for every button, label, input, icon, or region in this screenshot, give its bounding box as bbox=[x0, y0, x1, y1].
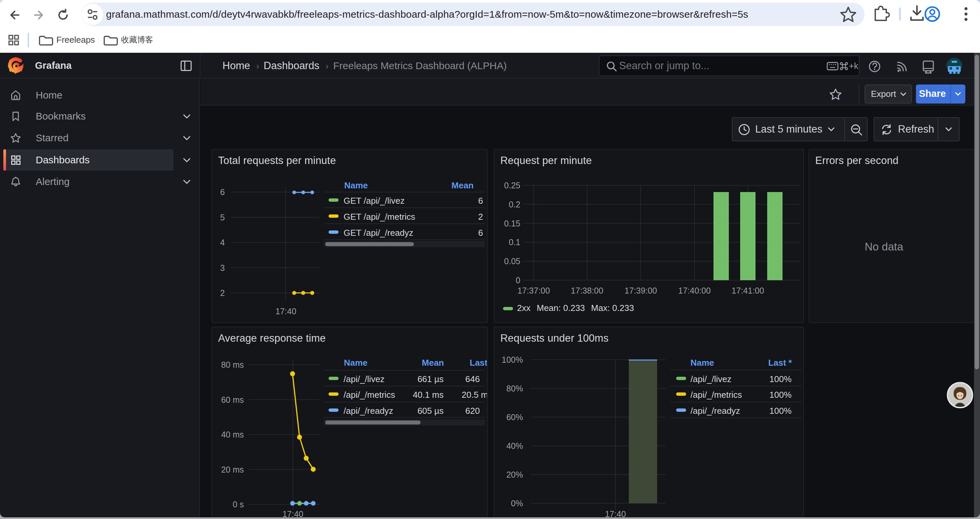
svg-text:20%: 20% bbox=[506, 470, 523, 479]
svg-text:605 µs: 605 µs bbox=[417, 406, 444, 416]
svg-text:40%: 40% bbox=[506, 441, 523, 450]
svg-text:17:40:00: 17:40:00 bbox=[678, 286, 711, 295]
svg-text:100%: 100% bbox=[770, 390, 792, 400]
svg-text:3: 3 bbox=[220, 263, 225, 273]
svg-text:4: 4 bbox=[220, 238, 225, 247]
svg-text:Mean: Mean bbox=[422, 358, 444, 368]
svg-text:100%: 100% bbox=[770, 374, 792, 384]
svg-text:Name: Name bbox=[344, 358, 368, 368]
svg-text:6: 6 bbox=[478, 228, 483, 238]
svg-text:0.1: 0.1 bbox=[509, 238, 520, 247]
svg-text:0.2: 0.2 bbox=[509, 200, 520, 209]
svg-text:GET /api/_/metrics: GET /api/_/metrics bbox=[344, 212, 415, 222]
svg-text:60 ms: 60 ms bbox=[221, 395, 244, 404]
svg-text:0.15: 0.15 bbox=[504, 219, 520, 228]
svg-text:Name: Name bbox=[344, 180, 368, 190]
svg-text:20 ms: 20 ms bbox=[221, 465, 244, 474]
svg-text:20.5 m: 20.5 m bbox=[461, 390, 487, 400]
svg-text:Last *: Last * bbox=[768, 358, 792, 368]
svg-text:620: 620 bbox=[465, 406, 480, 416]
svg-text:0.25: 0.25 bbox=[504, 181, 520, 190]
svg-text:100%: 100% bbox=[770, 406, 792, 416]
svg-text:80%: 80% bbox=[506, 384, 523, 393]
svg-text:40 ms: 40 ms bbox=[221, 430, 244, 439]
svg-text:2: 2 bbox=[478, 212, 483, 222]
svg-text:/api/_/readyz: /api/_/readyz bbox=[690, 406, 740, 416]
svg-text:/api/_/metrics: /api/_/metrics bbox=[690, 390, 742, 400]
svg-text:17:37:00: 17:37:00 bbox=[517, 286, 550, 295]
svg-text:Last *: Last * bbox=[470, 358, 487, 368]
svg-text:2: 2 bbox=[220, 288, 225, 297]
svg-text:/api/_/metrics: /api/_/metrics bbox=[344, 390, 395, 400]
svg-text:Mean: Mean bbox=[452, 180, 474, 190]
svg-text:GET /api/_/readyz: GET /api/_/readyz bbox=[344, 228, 413, 238]
svg-text:60%: 60% bbox=[506, 412, 523, 422]
svg-text:6: 6 bbox=[220, 187, 225, 197]
svg-text:17:41:00: 17:41:00 bbox=[732, 286, 764, 295]
svg-text:Mean: 0.233: Mean: 0.233 bbox=[537, 303, 585, 313]
svg-text:661 µs: 661 µs bbox=[417, 374, 444, 384]
svg-text:100%: 100% bbox=[502, 355, 523, 364]
svg-text:17:40: 17:40 bbox=[275, 307, 296, 316]
svg-text:/api/_/readyz: /api/_/readyz bbox=[344, 406, 393, 416]
svg-text:0.05: 0.05 bbox=[504, 257, 520, 266]
svg-text:646: 646 bbox=[465, 374, 480, 384]
svg-text:Name: Name bbox=[690, 358, 714, 368]
svg-text:17:38:00: 17:38:00 bbox=[571, 286, 603, 295]
svg-text:6: 6 bbox=[478, 196, 483, 206]
svg-text:0: 0 bbox=[516, 276, 520, 285]
svg-text:5: 5 bbox=[220, 213, 225, 222]
svg-text:/api/_/livez: /api/_/livez bbox=[690, 374, 732, 384]
svg-text:2xx: 2xx bbox=[517, 303, 530, 313]
svg-text:GET /api/_/livez: GET /api/_/livez bbox=[344, 196, 405, 206]
svg-text:80 ms: 80 ms bbox=[221, 360, 244, 369]
svg-text:0%: 0% bbox=[511, 498, 523, 508]
svg-text:/api/_/livez: /api/_/livez bbox=[344, 374, 385, 384]
svg-text:0 s: 0 s bbox=[233, 500, 244, 509]
svg-text:Max: 0.233: Max: 0.233 bbox=[591, 303, 634, 313]
svg-text:40.1 ms: 40.1 ms bbox=[413, 390, 444, 400]
svg-text:17:39:00: 17:39:00 bbox=[624, 286, 657, 295]
